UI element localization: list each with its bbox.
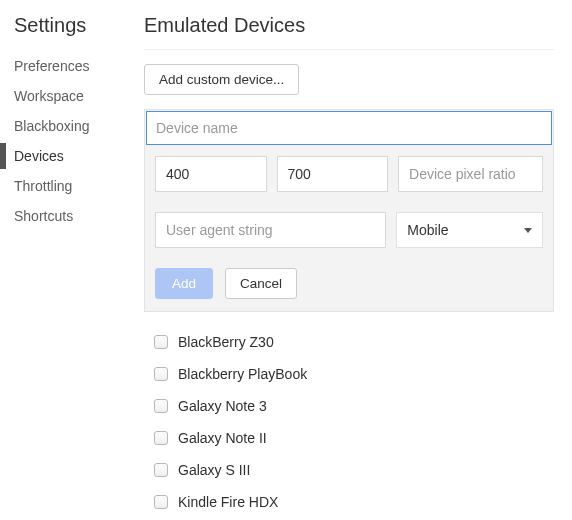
sidebar-item-preferences[interactable]: Preferences [14, 51, 120, 81]
device-type-selected-value: Mobile [407, 222, 448, 238]
new-device-form: Mobile Add Cancel [144, 109, 554, 312]
sidebar-item-workspace[interactable]: Workspace [14, 81, 120, 111]
device-list-item[interactable]: Galaxy Note II [150, 422, 554, 454]
settings-sidebar: Settings Preferences Workspace Blackboxi… [0, 0, 120, 520]
user-agent-input[interactable] [155, 212, 386, 248]
cancel-button[interactable]: Cancel [225, 268, 297, 299]
device-height-input[interactable] [277, 156, 389, 192]
device-list-item[interactable]: Kindle Fire HDX [150, 486, 554, 518]
sidebar-item-blackboxing[interactable]: Blackboxing [14, 111, 120, 141]
device-label: Galaxy S III [178, 462, 250, 478]
sidebar-item-devices[interactable]: Devices [14, 141, 120, 171]
page-title: Emulated Devices [144, 14, 554, 50]
device-label: BlackBerry Z30 [178, 334, 274, 350]
device-pixel-ratio-input[interactable] [398, 156, 543, 192]
sidebar-item-throttling[interactable]: Throttling [14, 171, 120, 201]
checkbox[interactable] [154, 367, 168, 381]
add-custom-device-button[interactable]: Add custom device... [144, 64, 299, 95]
device-label: Kindle Fire HDX [178, 494, 278, 510]
device-width-input[interactable] [155, 156, 267, 192]
device-list-item[interactable]: Blackberry PlayBook [150, 358, 554, 390]
checkbox[interactable] [154, 431, 168, 445]
device-label: Galaxy Note II [178, 430, 267, 446]
checkbox[interactable] [154, 335, 168, 349]
chevron-down-icon [524, 228, 532, 233]
device-list-item[interactable]: BlackBerry Z30 [150, 326, 554, 358]
device-list: BlackBerry Z30 Blackberry PlayBook Galax… [144, 322, 554, 518]
checkbox[interactable] [154, 495, 168, 509]
device-list-item[interactable]: Galaxy Note 3 [150, 390, 554, 422]
add-button[interactable]: Add [155, 268, 213, 299]
main-panel: Emulated Devices Add custom device... Mo… [120, 0, 572, 520]
checkbox[interactable] [154, 463, 168, 477]
device-list-item[interactable]: Galaxy S III [150, 454, 554, 486]
sidebar-title: Settings [14, 14, 120, 37]
device-name-input[interactable] [146, 111, 552, 145]
device-type-select[interactable]: Mobile [396, 212, 543, 248]
device-label: Blackberry PlayBook [178, 366, 307, 382]
sidebar-item-shortcuts[interactable]: Shortcuts [14, 201, 120, 231]
device-label: Galaxy Note 3 [178, 398, 267, 414]
checkbox[interactable] [154, 399, 168, 413]
